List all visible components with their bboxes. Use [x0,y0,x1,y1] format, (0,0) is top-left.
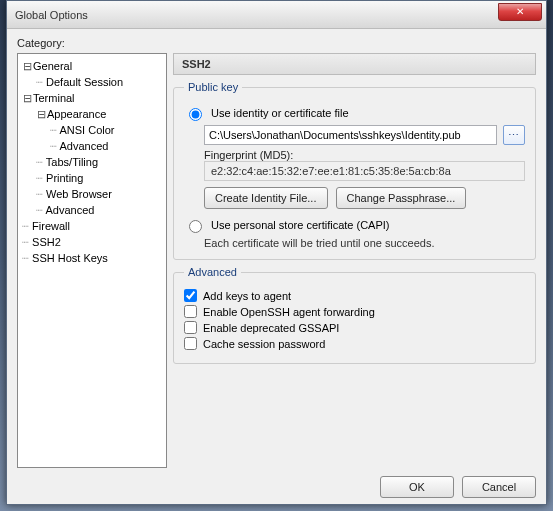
identity-buttons-row: Create Identity File... Change Passphras… [204,187,525,209]
tree-node-ansi-color[interactable]: ┈ ANSI Color [20,122,164,138]
openssh-fwd-row[interactable]: Enable OpenSSH agent forwarding [184,305,525,318]
dialog-footer: OK Cancel [17,468,536,498]
tree-node-firewall[interactable]: ┈ Firewall [20,218,164,234]
openssh-fwd-label: Enable OpenSSH agent forwarding [203,306,375,318]
identity-path-input[interactable] [204,125,497,145]
close-icon: ✕ [516,6,524,17]
add-keys-row[interactable]: Add keys to agent [184,289,525,302]
public-key-group: Public key Use identity or certificate f… [173,81,536,260]
browse-button[interactable]: ⋯ [503,125,525,145]
use-identity-radio[interactable] [189,108,202,121]
advanced-legend: Advanced [184,266,241,278]
use-capi-label: Use personal store certificate (CAPI) [211,219,390,231]
tree-node-ssh2[interactable]: ┈ SSH2 [20,234,164,250]
tree-node-appearance[interactable]: ⊟Appearance [20,106,164,122]
fingerprint-label: Fingerprint (MD5): [204,149,525,161]
category-tree[interactable]: ⊟General ┈ Default Session ⊟Terminal ⊟Ap… [17,53,167,468]
close-button[interactable]: ✕ [498,3,542,21]
tree-node-advanced-terminal[interactable]: ┈ Advanced [20,202,164,218]
gssapi-row[interactable]: Enable deprecated GSSAPI [184,321,525,334]
cache-pw-label: Cache session password [203,338,325,350]
public-key-legend: Public key [184,81,242,93]
cancel-button[interactable]: Cancel [462,476,536,498]
main-area: ⊟General ┈ Default Session ⊟Terminal ⊟Ap… [17,53,536,468]
tree-node-advanced-appearance[interactable]: ┈ Advanced [20,138,164,154]
identity-path-row: ⋯ [204,125,525,145]
global-options-dialog: Global Options ✕ Category: ⊟General ┈ De… [6,0,547,505]
use-identity-label: Use identity or certificate file [211,107,349,119]
capi-note: Each certificate will be tried until one… [204,237,525,249]
tree-node-terminal[interactable]: ⊟Terminal [20,90,164,106]
add-keys-checkbox[interactable] [184,289,197,302]
create-identity-button[interactable]: Create Identity File... [204,187,328,209]
use-capi-radio-row[interactable]: Use personal store certificate (CAPI) [184,217,525,233]
use-capi-radio[interactable] [189,220,202,233]
window-title: Global Options [15,9,498,21]
cache-pw-row[interactable]: Cache session password [184,337,525,350]
tree-node-default-session[interactable]: ┈ Default Session [20,74,164,90]
gssapi-label: Enable deprecated GSSAPI [203,322,339,334]
titlebar[interactable]: Global Options ✕ [7,1,546,29]
tree-node-ssh-host-keys[interactable]: ┈ SSH Host Keys [20,250,164,266]
dialog-body: Category: ⊟General ┈ Default Session ⊟Te… [7,29,546,504]
use-identity-radio-row[interactable]: Use identity or certificate file [184,105,525,121]
panel-heading: SSH2 [173,53,536,75]
add-keys-label: Add keys to agent [203,290,291,302]
cache-pw-checkbox[interactable] [184,337,197,350]
ellipsis-icon: ⋯ [508,129,520,142]
tree-node-printing[interactable]: ┈ Printing [20,170,164,186]
settings-panel: SSH2 Public key Use identity or certific… [173,53,536,468]
openssh-fwd-checkbox[interactable] [184,305,197,318]
tree-node-web-browser[interactable]: ┈ Web Browser [20,186,164,202]
tree-node-tabs-tiling[interactable]: ┈ Tabs/Tiling [20,154,164,170]
ok-button[interactable]: OK [380,476,454,498]
fingerprint-value: e2:32:c4:ae:15:32:e7:ee:e1:81:c5:35:8e:5… [204,161,525,181]
gssapi-checkbox[interactable] [184,321,197,334]
advanced-group: Advanced Add keys to agent Enable OpenSS… [173,266,536,364]
tree-node-general[interactable]: ⊟General [20,58,164,74]
change-passphrase-button[interactable]: Change Passphrase... [336,187,467,209]
category-label: Category: [17,37,536,49]
